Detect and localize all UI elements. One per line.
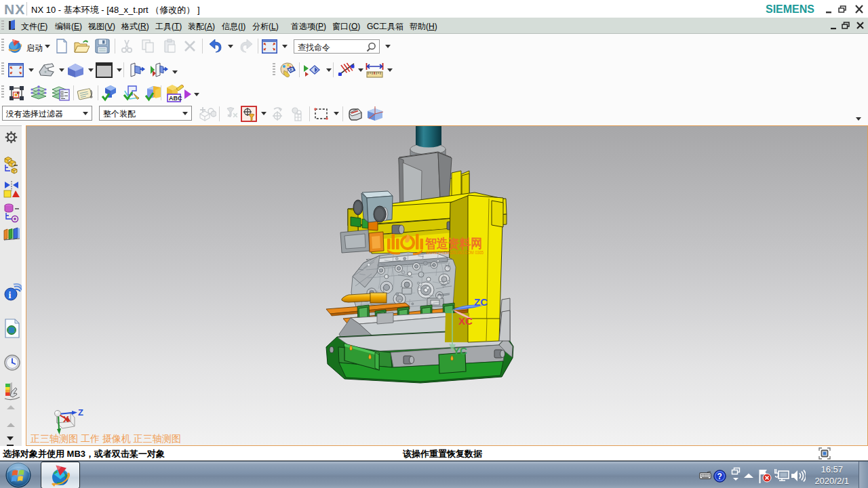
svg-text:i: i xyxy=(9,290,12,300)
svg-text:X: X xyxy=(63,414,69,424)
svg-text:XC: XC xyxy=(458,315,473,327)
svg-text:YC: YC xyxy=(453,345,467,357)
svg-text:ZC: ZC xyxy=(474,296,488,308)
svg-text:ABC: ABC xyxy=(169,95,182,102)
svg-text:智造资料网: 智造资料网 xyxy=(425,237,482,251)
svg-text:WWW.ZHIZAOZILIAO.COM 0365: WWW.ZHIZAOZILIAO.COM 0365 xyxy=(426,250,484,255)
svg-text:?: ? xyxy=(717,472,722,481)
svg-text:Z: Z xyxy=(78,407,83,418)
